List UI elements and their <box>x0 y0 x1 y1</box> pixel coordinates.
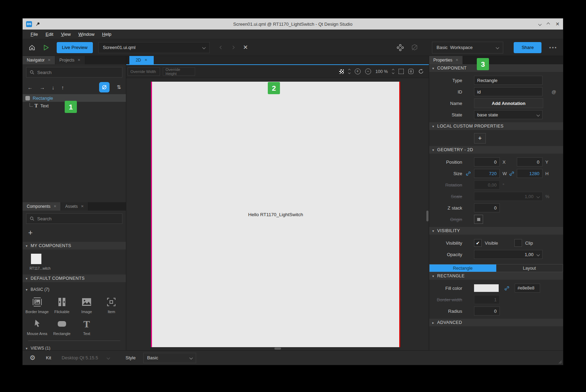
move-left-icon[interactable]: ← <box>27 84 33 90</box>
section-geometry-2d[interactable]: ▾ GEOMETRY - 2D <box>429 146 563 154</box>
section-advanced[interactable]: ▸ ADVANCED <box>429 319 563 326</box>
position-x-field[interactable]: 0 <box>474 157 500 166</box>
opacity-field[interactable]: 1,00 <box>474 250 543 259</box>
live-preview-button[interactable]: Live Preview <box>57 42 93 53</box>
clip-checkbox[interactable] <box>514 239 522 247</box>
override-height-input[interactable]: Override Height <box>163 67 195 76</box>
component-mouse-area[interactable]: Mouse Area <box>25 319 49 336</box>
window-close-icon[interactable]: ✕ <box>555 22 560 26</box>
menu-file[interactable]: File <box>27 32 42 37</box>
override-width-input[interactable]: Override Width <box>128 67 160 76</box>
section-rectangle[interactable]: ▾ RECTANGLE <box>429 272 563 280</box>
section-views[interactable]: ▾ VIEWS (1) <box>23 344 126 350</box>
home-icon[interactable] <box>28 44 36 51</box>
tab-2d[interactable]: 2D ✕ <box>129 56 154 64</box>
fill-color-swatch[interactable] <box>474 284 499 292</box>
zoom-to-selection-icon[interactable] <box>408 69 414 74</box>
background-color-swatch[interactable] <box>339 69 344 74</box>
forward-icon[interactable] <box>231 46 234 49</box>
back-icon[interactable] <box>219 46 223 49</box>
subtab-rectangle[interactable]: Rectangle <box>430 264 496 272</box>
component-flickable[interactable]: Flickable <box>49 297 74 314</box>
position-y-field[interactable]: 0 <box>517 157 543 166</box>
kit-dropdown-chevron-icon[interactable] <box>107 356 110 360</box>
binding-link-icon[interactable] <box>504 286 509 291</box>
close-icon[interactable]: ✕ <box>81 205 83 208</box>
section-local-custom-properties[interactable]: ▾ LOCAL CUSTOM PROPERTIES <box>429 122 563 130</box>
resize-grip[interactable] <box>557 359 562 364</box>
close-icon[interactable]: ✕ <box>54 205 56 208</box>
tab-assets[interactable]: Assets ✕ <box>61 202 88 211</box>
more-options-button[interactable]: ••• <box>549 45 557 50</box>
section-my-components[interactable]: ▾ MY COMPONENTS <box>23 242 126 250</box>
gear-icon[interactable]: ⚙ <box>30 354 35 362</box>
radius-field[interactable]: 0 <box>474 307 500 316</box>
component-image[interactable]: Image <box>74 297 99 314</box>
component-rt1170-lightswitch[interactable]: RT117...witch <box>23 250 126 272</box>
origin-selector-button[interactable] <box>474 215 483 224</box>
reset-view-icon[interactable] <box>418 68 424 74</box>
annotation-at-icon[interactable]: @ <box>552 89 556 95</box>
window-maximize-icon[interactable] <box>547 22 550 26</box>
navigator-search-input[interactable] <box>37 70 119 75</box>
type-field[interactable]: Rectangle <box>474 76 543 85</box>
component-text[interactable]: T Text <box>74 319 99 336</box>
zoom-stepper[interactable] <box>392 69 394 74</box>
menu-help[interactable]: Help <box>98 32 115 37</box>
close-document-icon[interactable]: ✕ <box>243 44 248 50</box>
section-basic[interactable]: ▾ BASIC (7) <box>23 286 126 293</box>
workspace-dropdown[interactable]: Basic Workspace <box>432 42 503 54</box>
zoom-in-icon[interactable]: + <box>355 68 361 74</box>
rotation-field[interactable]: 0,00 <box>474 180 500 189</box>
share-nodes-icon[interactable] <box>396 44 404 51</box>
close-icon[interactable]: ✕ <box>144 58 147 62</box>
current-file-dropdown[interactable]: Screen01.ui.qml <box>98 42 210 53</box>
move-up-icon[interactable]: ↑ <box>62 84 64 90</box>
move-down-icon[interactable]: ↓ <box>52 84 55 90</box>
close-icon[interactable]: ✕ <box>78 58 80 62</box>
section-visibility[interactable]: ▾ VISIBILITY <box>429 227 563 235</box>
binding-link-icon[interactable] <box>509 171 514 176</box>
visible-checkbox[interactable]: ✔ <box>474 239 482 247</box>
add-annotation-button[interactable]: Add Annotation <box>474 98 543 108</box>
share-button[interactable]: Share <box>514 42 541 53</box>
menu-edit[interactable]: Edit <box>42 32 57 37</box>
zoom-out-icon[interactable]: − <box>365 68 371 74</box>
size-width-field[interactable]: 720 <box>474 169 500 178</box>
size-height-field[interactable]: 1280 <box>517 169 543 178</box>
scale-field[interactable]: 1,00 <box>474 192 543 201</box>
component-border-image[interactable]: Border Image <box>25 297 49 314</box>
background-stepper[interactable] <box>348 69 350 74</box>
artboard-text[interactable]: Hello RT1170_LightSwitch <box>248 212 303 217</box>
id-field[interactable]: id <box>474 87 543 96</box>
close-icon[interactable]: ✕ <box>48 58 50 62</box>
fill-color-hex-field[interactable]: #e8e8e8 <box>515 284 540 293</box>
canvas-area[interactable]: Hello RT1170_LightSwitch <box>126 78 429 350</box>
menu-view[interactable]: View <box>57 32 74 37</box>
add-module-button[interactable]: + <box>28 228 33 237</box>
tab-projects[interactable]: Projects ✕ <box>55 56 85 64</box>
close-icon[interactable]: ✕ <box>456 58 458 62</box>
section-default-components[interactable]: ▾ DEFAULT COMPONENTS <box>23 275 126 282</box>
border-width-field[interactable]: 1 <box>474 295 500 304</box>
fit-to-screen-icon[interactable] <box>399 69 404 74</box>
vertical-scrollbar-thumb[interactable] <box>426 211 428 221</box>
reverse-order-icon[interactable]: ⇅ <box>117 84 121 90</box>
subtab-layout[interactable]: Layout <box>496 264 563 272</box>
tab-properties[interactable]: Properties ✕ <box>429 56 463 64</box>
artboard[interactable]: Hello RT1170_LightSwitch <box>151 82 400 347</box>
menu-window[interactable]: Window <box>74 32 98 37</box>
move-right-icon[interactable]: → <box>40 84 45 90</box>
binding-link-icon[interactable] <box>466 171 471 176</box>
state-dropdown[interactable]: base state <box>474 110 543 119</box>
tab-components[interactable]: Components ✕ <box>23 202 61 211</box>
add-custom-property-button[interactable]: + <box>474 133 486 144</box>
navigator-search[interactable] <box>26 67 122 77</box>
tab-navigator[interactable]: Navigator ✕ <box>23 56 55 64</box>
components-search[interactable] <box>26 213 122 224</box>
horizontal-scrollbar-thumb[interactable] <box>274 348 281 350</box>
toggle-invisible-items-button[interactable] <box>99 82 110 92</box>
style-dropdown[interactable]: Basic <box>143 353 196 363</box>
window-minimize-icon[interactable] <box>538 22 542 26</box>
zstack-field[interactable]: 0 <box>474 203 500 212</box>
